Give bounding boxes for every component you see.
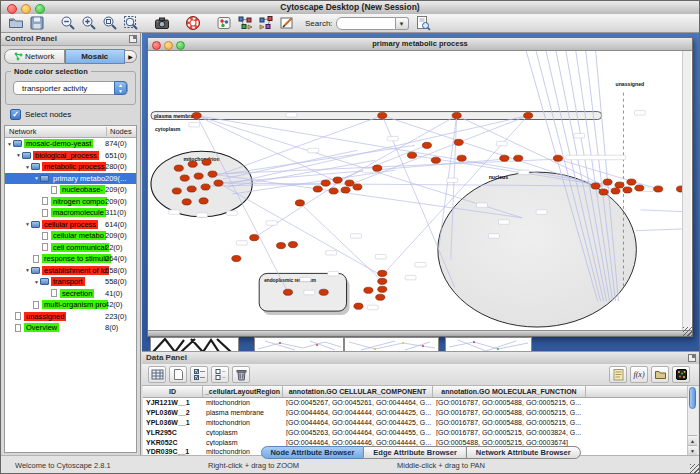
tree-row[interactable]: ▼primary metabo209(...: [5, 173, 136, 185]
tab-network-attribute-browser[interactable]: Network Attribute Browser: [467, 446, 581, 459]
network-node[interactable]: [313, 186, 322, 192]
expand-triangle-icon[interactable]: ▼: [24, 267, 31, 273]
search-input[interactable]: [336, 17, 396, 30]
network-node[interactable]: [635, 185, 644, 191]
help-icon[interactable]: [183, 15, 202, 32]
column-header[interactable]: ID: [143, 386, 203, 397]
network-node[interactable]: [623, 187, 632, 193]
tree-row[interactable]: nucleobase-209(0): [5, 184, 136, 196]
background-window-fragment[interactable]: [445, 337, 532, 352]
network-node[interactable]: [187, 186, 196, 192]
tree-row[interactable]: ▼mosaic-demo-yeast874(0): [5, 138, 136, 150]
network-node[interactable]: [373, 165, 382, 171]
network-node[interactable]: [452, 112, 461, 118]
network-node[interactable]: [378, 278, 387, 284]
vizmapper-icon[interactable]: [214, 15, 233, 32]
tree-row[interactable]: ▼cellular process614(0): [5, 219, 136, 231]
background-window-fragment[interactable]: [254, 337, 344, 352]
network-node[interactable]: [329, 188, 338, 194]
tree-row[interactable]: ▼biological_process651(0): [5, 150, 136, 162]
zoom-selected-icon[interactable]: [121, 15, 140, 32]
network-node[interactable]: [341, 187, 350, 193]
inner-minimize-button[interactable]: [164, 41, 173, 50]
data-panel-scrollbar[interactable]: ▲ ▼: [687, 386, 698, 456]
network-node[interactable]: [431, 157, 440, 163]
network-node[interactable]: [353, 184, 362, 190]
network-node[interactable]: [250, 235, 259, 241]
tree-row[interactable]: nitrogen compo209(0): [5, 196, 136, 208]
tab-overflow-arrow-icon[interactable]: ▶: [125, 50, 137, 63]
tree-row[interactable]: multi-organism pro42(0): [5, 299, 136, 311]
maximize-window-button[interactable]: [35, 4, 45, 14]
tree-row[interactable]: macromolecule311(0): [5, 207, 136, 219]
scrollbar-thumb[interactable]: [689, 387, 696, 409]
network-node[interactable]: [611, 188, 620, 194]
tree-row[interactable]: secretion41(0): [5, 288, 136, 300]
expand-triangle-icon[interactable]: ▼: [24, 164, 31, 170]
expand-triangle-icon[interactable]: ▼: [33, 175, 40, 181]
network-node[interactable]: [172, 188, 181, 194]
network-node[interactable]: [514, 155, 523, 161]
network-node[interactable]: [182, 199, 191, 205]
zoom-in-icon[interactable]: [79, 15, 98, 32]
tree-row[interactable]: cell communicat22(0): [5, 242, 136, 254]
select-attributes-icon[interactable]: [190, 366, 208, 383]
table-row[interactable]: YJR121W__1mitochondrion[GO:0045267, GO:0…: [143, 398, 688, 408]
network-node[interactable]: [345, 180, 354, 186]
search-dropdown-arrow-icon[interactable]: ▼: [396, 17, 409, 30]
network-node[interactable]: [422, 142, 431, 148]
tab-network[interactable]: Network: [4, 49, 65, 64]
combo-stepper-icon[interactable]: ▲▼: [114, 81, 127, 95]
network-node[interactable]: [378, 112, 387, 118]
tab-node-attribute-browser[interactable]: Node Attribute Browser: [260, 446, 364, 459]
network-node[interactable]: [603, 179, 612, 185]
network-node[interactable]: [627, 179, 636, 185]
node-color-combo[interactable]: transporter activity ▲▼: [13, 81, 128, 95]
network-node[interactable]: [214, 180, 223, 186]
window-resize-grip[interactable]: [683, 327, 692, 336]
network-node[interactable]: [319, 289, 328, 295]
open-file-icon[interactable]: [6, 15, 25, 32]
import-attributes-icon[interactable]: [651, 366, 669, 383]
notes-icon[interactable]: [609, 366, 627, 383]
network-node[interactable]: [201, 184, 210, 190]
network-node[interactable]: [615, 182, 624, 188]
network-node[interactable]: [180, 175, 189, 181]
grid-icon[interactable]: [148, 366, 166, 383]
zoom-fit-icon[interactable]: [100, 15, 119, 32]
network-node[interactable]: [202, 159, 211, 165]
tree-row[interactable]: unassigned223(0): [5, 311, 136, 323]
network-node[interactable]: [378, 286, 387, 292]
column-header[interactable]: _cellularLayoutRegion: [203, 386, 283, 397]
unselect-attributes-icon[interactable]: [211, 366, 229, 383]
network-node[interactable]: [407, 152, 416, 158]
table-row[interactable]: YPL036W__2plasma membrane[GO:0044464, GO…: [143, 408, 688, 418]
minimize-window-button[interactable]: [21, 4, 31, 14]
tab-edge-attribute-browser[interactable]: Edge Attribute Browser: [364, 446, 466, 459]
expand-triangle-icon[interactable]: ▼: [15, 152, 22, 158]
network-node[interactable]: [354, 303, 363, 309]
tree-row[interactable]: ▼establishment of lo558(0): [5, 265, 136, 277]
search-apply-icon[interactable]: [414, 15, 433, 32]
network-node[interactable]: [208, 171, 217, 177]
background-window-fragment[interactable]: [150, 337, 239, 352]
zoom-out-icon[interactable]: [58, 15, 77, 32]
tree-row[interactable]: cellular metabo209(0): [5, 230, 136, 242]
tree-row[interactable]: Overview8(0): [5, 322, 136, 334]
network-node[interactable]: [276, 243, 285, 249]
inner-maximize-button[interactable]: [176, 41, 185, 50]
float-panel-icon[interactable]: [688, 354, 696, 362]
network-node[interactable]: [524, 112, 533, 118]
network-node[interactable]: [599, 189, 608, 195]
new-attribute-icon[interactable]: [169, 366, 187, 383]
app-resize-grip[interactable]: [690, 464, 699, 473]
network-node[interactable]: [333, 177, 342, 183]
layout-a-icon[interactable]: [235, 15, 254, 32]
close-window-button[interactable]: [7, 4, 17, 14]
tree-row[interactable]: ▼transport558(0): [5, 276, 136, 288]
expand-triangle-icon[interactable]: ▼: [33, 279, 40, 285]
column-header[interactable]: annotation.GO CELLULAR_COMPONENT: [283, 386, 433, 397]
select-nodes-checkbox[interactable]: ✓: [10, 109, 21, 120]
network-node[interactable]: [364, 287, 373, 293]
network-node[interactable]: [192, 112, 201, 118]
